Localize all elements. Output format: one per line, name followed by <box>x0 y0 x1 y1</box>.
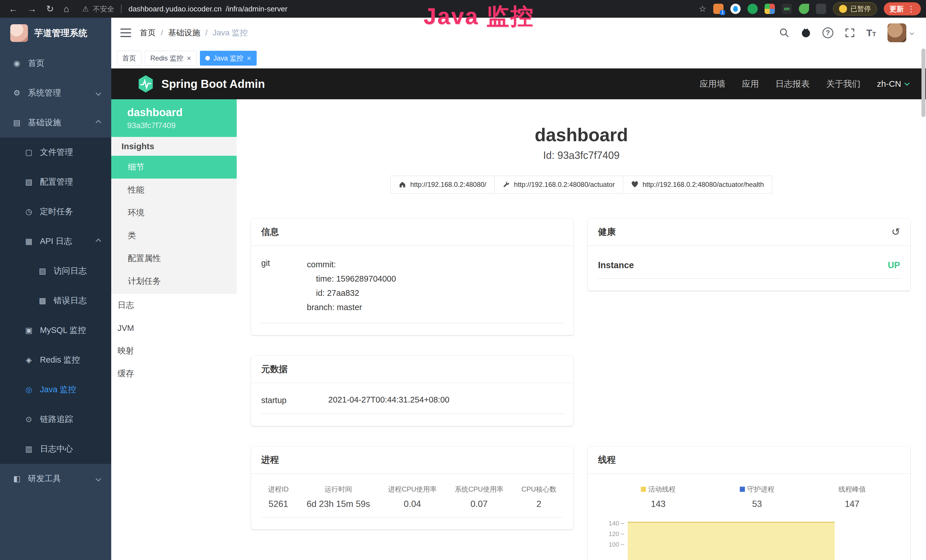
sidebar-item-java-monitor[interactable]: ◎ Java 监控 <box>0 375 111 404</box>
github-icon[interactable] <box>801 28 811 38</box>
user-avatar[interactable] <box>888 23 914 42</box>
sidebar-item-infrastructure[interactable]: ▤ 基础设施 <box>0 108 111 138</box>
y-axis-tick: 120 <box>608 530 624 538</box>
git-commit-time: time: 1596289704000 <box>307 274 396 283</box>
extension-icon-1[interactable]: 1 <box>713 4 723 14</box>
app-logo-row: 芋道管理系统 <box>0 18 111 48</box>
reload-icon[interactable]: ↻ <box>46 4 54 14</box>
back-icon[interactable]: ← <box>9 4 18 14</box>
sidebar-item-dev-tools[interactable]: ◧ 研发工具 <box>0 464 111 493</box>
breadcrumb-separator: / <box>205 28 207 37</box>
sba-nav-wallboard[interactable]: 应用墙 <box>699 78 725 90</box>
process-metric-pid: 进程ID 5261 <box>268 485 289 509</box>
extensions-puzzle-icon[interactable] <box>816 4 826 14</box>
sidebar-item-access-logs[interactable]: ▨ 访问日志 <box>0 256 111 286</box>
update-label: 更新 <box>890 4 904 14</box>
sba-item-config-props[interactable]: 配置属性 <box>111 247 237 270</box>
chrome-menu-icon[interactable]: ⋮ <box>907 4 915 14</box>
chrome-update-button[interactable]: 更新 ⋮ <box>884 2 921 15</box>
extension-icon-5[interactable]: on <box>782 4 792 14</box>
sidebar-item-redis-monitor[interactable]: ◈ Redis 监控 <box>0 345 111 375</box>
sidebar-item-system-mgmt[interactable]: ⚙ 系统管理 <box>0 78 111 108</box>
security-warning-label: 不安全 <box>93 4 114 14</box>
actuator-url-link[interactable]: http://192.168.0.2:48080/actuator <box>494 176 623 194</box>
extension-icon-4[interactable] <box>764 4 775 14</box>
legend-text: 线程峰值 <box>838 485 866 494</box>
breadcrumb-home[interactable]: 首页 <box>140 27 156 38</box>
browser-home-icon[interactable]: ⌂ <box>64 4 69 14</box>
info-card: 信息 git commit: time: 1596289704000 id: 2… <box>251 218 573 335</box>
instance-name: dashboard <box>127 106 237 119</box>
search-icon[interactable] <box>779 28 790 38</box>
sidebar-item-error-logs[interactable]: ▩ 错误日志 <box>0 286 111 316</box>
close-icon[interactable]: × <box>187 54 191 62</box>
sba-instance-header[interactable]: dashboard 93a3fc7f7409 <box>111 99 237 137</box>
forward-icon[interactable]: → <box>27 4 36 14</box>
wrench-icon <box>502 181 510 188</box>
y-axis-tick: 100 <box>608 541 624 548</box>
legend-value: 53 <box>740 499 775 509</box>
breadcrumb: 首页 / 基础设施 / Java 监控 <box>140 27 248 38</box>
sba-nav-about[interactable]: 关于我们 <box>826 78 860 90</box>
sba-item-loggers[interactable]: 日志 <box>111 294 237 317</box>
card-title: 信息 <box>261 226 279 238</box>
tab-label: Java 监控 <box>213 54 243 63</box>
sba-item-environment[interactable]: 环境 <box>111 201 237 224</box>
sba-item-jvm[interactable]: JVM <box>111 317 237 339</box>
fullscreen-icon[interactable] <box>845 28 855 38</box>
sba-nav-log-report[interactable]: 日志报表 <box>775 78 809 90</box>
close-icon[interactable]: × <box>247 54 251 62</box>
extension-icon-6[interactable] <box>799 4 809 14</box>
sidebar-item-log-center[interactable]: ▥ 日志中心 <box>0 434 111 464</box>
breadcrumb-current: Java 监控 <box>213 27 248 38</box>
sidebar-item-config-mgmt[interactable]: ▧ 配置管理 <box>0 167 111 197</box>
sba-item-caches[interactable]: 缓存 <box>111 362 237 385</box>
history-icon[interactable]: ↺ <box>891 227 900 237</box>
url-domain: dashboard.yudao.iocoder.cn <box>128 5 222 14</box>
hamburger-icon[interactable] <box>120 29 131 37</box>
extension-icon-2[interactable] <box>730 4 741 14</box>
sidebar-item-api-logs[interactable]: ▦ API 日志 <box>0 227 111 256</box>
dashboard-icon: ◉ <box>12 59 22 68</box>
sba-navbar: Spring Boot Admin 应用墙 应用 日志报表 关于我们 zh-CN <box>111 68 926 99</box>
threads-card-header: 线程 <box>588 446 910 474</box>
sba-nav-applications[interactable]: 应用 <box>742 78 759 90</box>
sba-item-metrics[interactable]: 性能 <box>111 179 237 201</box>
metric-label: CPU核心数 <box>521 485 557 494</box>
sidebar-item-mysql-monitor[interactable]: ▣ MySQL 监控 <box>0 316 111 345</box>
sba-item-beans[interactable]: 类 <box>111 224 237 247</box>
help-icon[interactable] <box>823 27 833 38</box>
sidebar-item-tracing[interactable]: ⊙ 链路追踪 <box>0 404 111 434</box>
breadcrumb-infrastructure[interactable]: 基础设施 <box>168 27 200 38</box>
config-icon: ▧ <box>24 177 34 186</box>
service-url-link[interactable]: http://192.168.0.2:48080/ <box>390 176 495 194</box>
font-size-icon[interactable] <box>866 28 876 38</box>
profile-paused-badge[interactable]: 已暂停 <box>833 2 877 15</box>
metric-value: 5261 <box>268 499 289 509</box>
health-url-link[interactable]: http://192.168.0.2:48080/actuator/health <box>623 176 772 194</box>
card-title: 进程 <box>261 454 279 466</box>
tab-java-monitor[interactable]: Java 监控 × <box>200 51 257 66</box>
sba-item-details[interactable]: 细节 <box>111 156 237 179</box>
sba-item-scheduled-tasks[interactable]: 计划任务 <box>111 270 237 293</box>
bookmark-star-icon[interactable]: ☆ <box>699 5 707 13</box>
tab-home[interactable]: 首页 <box>117 51 141 66</box>
tab-redis-monitor[interactable]: Redis 监控 × <box>145 51 197 66</box>
address-bar[interactable]: ⚠ 不安全 dashboard.yudao.iocoder.cn/infra/a… <box>82 4 699 14</box>
sba-item-mappings[interactable]: 映射 <box>111 339 237 362</box>
scrollbar-thumb[interactable] <box>921 48 925 117</box>
sidebar-item-file-mgmt[interactable]: ▢ 文件管理 <box>0 138 111 167</box>
health-card-body: Instance UP <box>588 246 910 291</box>
sba-brand[interactable]: Spring Boot Admin <box>136 74 265 93</box>
sidebar-item-home[interactable]: ◉ 首页 <box>0 48 111 78</box>
extension-badge: 1 <box>720 10 725 15</box>
sidebar-item-scheduled-jobs[interactable]: ◷ 定时任务 <box>0 197 111 227</box>
metric-label: 进程CPU使用率 <box>388 485 437 494</box>
extension-icon-3[interactable] <box>747 4 758 14</box>
info-card-header: 信息 <box>251 218 573 246</box>
sba-locale-select[interactable]: zh-CN <box>877 79 909 89</box>
java-monitor-icon: ◎ <box>24 385 34 394</box>
api-log-icon: ▦ <box>24 237 34 246</box>
metadata-card-header: 元数据 <box>251 356 573 383</box>
heart-icon <box>631 181 639 188</box>
